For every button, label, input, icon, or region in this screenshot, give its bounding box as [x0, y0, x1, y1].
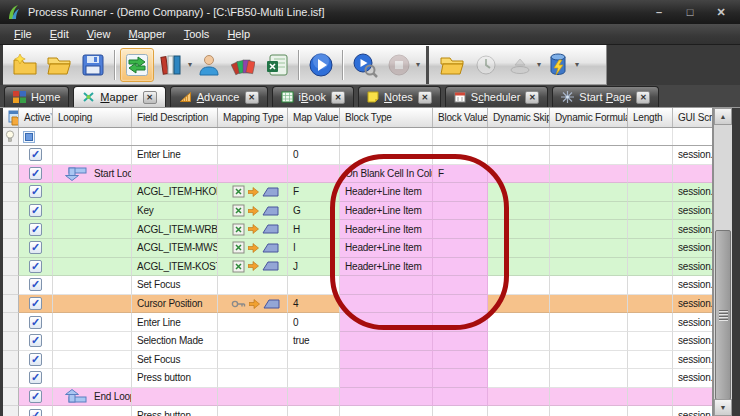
cell-field_description[interactable]: Press button [132, 406, 218, 416]
cell-dynamic_skip[interactable] [488, 165, 550, 184]
cell-gui_script[interactable]: session.fi [673, 258, 713, 277]
cell-map_value[interactable]: I [288, 239, 340, 258]
cell-looping[interactable] [53, 239, 132, 258]
cell-length[interactable] [628, 258, 673, 277]
grid-row[interactable]: ✓Enter Line0session.fi [3, 146, 712, 165]
cell-field_description[interactable]: ACGL_ITEM-MWSKZ [132, 239, 218, 258]
cell-block_value[interactable] [433, 351, 488, 370]
cell-indicator[interactable] [3, 202, 19, 221]
cell-dynamic_formula[interactable] [550, 146, 628, 165]
cell-map_value[interactable]: 0 [288, 313, 340, 332]
cell-field_description[interactable]: Cursor Position [132, 295, 218, 314]
user-button[interactable] [192, 48, 226, 82]
cell-mapping_type[interactable] [218, 369, 288, 388]
cell-indicator[interactable] [3, 165, 19, 184]
cell-gui_script[interactable]: session.fi [673, 332, 713, 351]
active-checkbox[interactable]: ✓ [29, 390, 42, 403]
cell-indicator[interactable] [3, 276, 19, 295]
cell-active[interactable]: ✓ [19, 165, 53, 184]
cell-field_description[interactable]: Press button [132, 369, 218, 388]
grid-row[interactable]: ✓Selection Madetruesession.fi [3, 332, 712, 351]
cell-dynamic_formula[interactable] [550, 220, 628, 239]
schedule-button[interactable] [469, 48, 503, 82]
stop-button[interactable] [382, 48, 416, 82]
cell-dynamic_skip[interactable] [488, 220, 550, 239]
database-run-dropdown-caret[interactable]: ▾ [575, 60, 579, 69]
cell-dynamic_formula[interactable] [550, 202, 628, 221]
cell-block_value[interactable] [433, 276, 488, 295]
cell-length[interactable] [628, 202, 673, 221]
cell-block_value[interactable] [433, 388, 488, 407]
cell-indicator[interactable] [3, 313, 19, 332]
cell-mapping_type[interactable] [218, 351, 288, 370]
cell-looping[interactable] [53, 276, 132, 295]
menu-tools[interactable]: Tools [175, 25, 219, 43]
filter-cell-dynamic_skip[interactable] [488, 128, 550, 145]
cell-active[interactable]: ✓ [19, 313, 53, 332]
cell-length[interactable] [628, 388, 673, 407]
active-checkbox[interactable]: ✓ [29, 260, 42, 273]
grid-row[interactable]: ✓ACGL_ITEM-WRBTRHHeader+Line Itemsession… [3, 220, 712, 239]
cell-block_value[interactable] [433, 295, 488, 314]
cell-block_value[interactable]: F [433, 165, 488, 184]
header-cell-block_value[interactable]: Block Value [433, 108, 488, 127]
cell-mapping_type[interactable] [218, 276, 288, 295]
cell-dynamic_formula[interactable] [550, 369, 628, 388]
tab-start-page[interactable]: Start Page✕ [552, 86, 659, 107]
cell-active[interactable]: ✓ [19, 295, 53, 314]
cell-dynamic_skip[interactable] [488, 332, 550, 351]
menu-help[interactable]: Help [218, 25, 259, 43]
active-checkbox[interactable]: ✓ [29, 185, 42, 198]
cell-active[interactable]: ✓ [19, 351, 53, 370]
scroll-up-button[interactable]: ▲ [714, 108, 732, 125]
header-cell-dynamic_formula[interactable]: Dynamic Formula [550, 108, 628, 127]
tab-ibook[interactable]: iBook✕ [272, 86, 355, 107]
cell-field_description[interactable]: ACGL_ITEM-KOSTL [132, 258, 218, 277]
cell-mapping_type[interactable] [218, 183, 288, 202]
active-checkbox[interactable]: ✓ [29, 223, 42, 236]
cell-dynamic_skip[interactable] [488, 146, 550, 165]
tab-notes[interactable]: Notes✕ [358, 86, 441, 107]
cell-length[interactable] [628, 165, 673, 184]
cell-map_value[interactable] [288, 388, 340, 407]
cell-dynamic_formula[interactable] [550, 183, 628, 202]
cell-length[interactable] [628, 351, 673, 370]
mapper-button[interactable] [120, 48, 154, 82]
cell-block_value[interactable] [433, 313, 488, 332]
cell-indicator[interactable] [3, 258, 19, 277]
cell-active[interactable]: ✓ [19, 146, 53, 165]
new-session-button[interactable] [8, 48, 42, 82]
cell-length[interactable] [628, 295, 673, 314]
cell-looping[interactable] [53, 406, 132, 416]
cell-block_value[interactable] [433, 406, 488, 416]
cell-block_type[interactable] [340, 295, 433, 314]
close-button[interactable]: ✕ [714, 6, 728, 19]
cell-block_type[interactable] [340, 388, 433, 407]
filter-cell-field_description[interactable] [132, 128, 218, 145]
active-checkbox[interactable]: ✓ [29, 278, 42, 291]
cell-block_type[interactable]: Header+Line Item [340, 239, 433, 258]
cell-map_value[interactable]: F [288, 183, 340, 202]
filter-cell-block_type[interactable] [340, 128, 433, 145]
cell-length[interactable] [628, 146, 673, 165]
cell-field_description[interactable] [132, 165, 218, 184]
cell-field_description[interactable]: Key [132, 202, 218, 221]
cell-mapping_type[interactable] [218, 165, 288, 184]
cell-indicator[interactable] [3, 295, 19, 314]
cell-mapping_type[interactable] [218, 295, 288, 314]
grid-row[interactable]: ✓ACGL_ITEM-KOSTLJHeader+Line Itemsession… [3, 258, 712, 277]
cell-block_type[interactable]: Header+Line Item [340, 183, 433, 202]
cell-indicator[interactable] [3, 369, 19, 388]
cell-map_value[interactable]: 4 [288, 295, 340, 314]
cell-gui_script[interactable]: session.fi [673, 146, 713, 165]
menu-mapper[interactable]: Mapper [119, 25, 174, 43]
vertical-scrollbar[interactable]: ▲ ▼ [713, 108, 732, 416]
cell-map_value[interactable] [288, 165, 340, 184]
cell-looping[interactable] [53, 351, 132, 370]
cell-map_value[interactable] [288, 406, 340, 416]
cell-block_type[interactable]: On Blank Cell In Column [340, 165, 433, 184]
cell-length[interactable] [628, 183, 673, 202]
cell-dynamic_skip[interactable] [488, 369, 550, 388]
cell-field_description[interactable]: Set Focus [132, 276, 218, 295]
active-checkbox[interactable]: ✓ [29, 204, 42, 217]
